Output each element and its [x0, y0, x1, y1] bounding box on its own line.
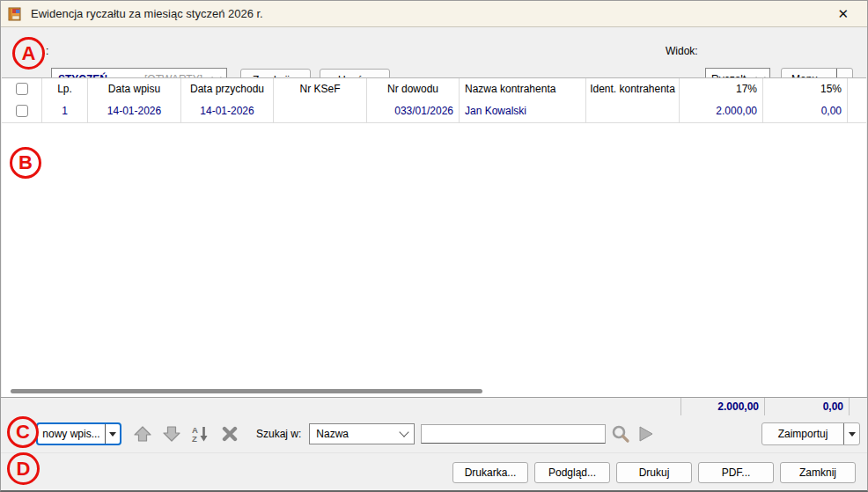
- column-header-data-przychodu[interactable]: Data przychodu: [181, 78, 274, 99]
- annotation-c: C: [7, 416, 39, 448]
- search-field-combobox[interactable]: Nazwa: [309, 423, 415, 444]
- move-up-button[interactable]: [131, 423, 154, 444]
- print-footer: Drukarka... Podgląd... Drukuj PDF... Zam…: [1, 452, 867, 491]
- triangle-down-icon: [849, 432, 856, 437]
- print-button[interactable]: Drukuj: [616, 462, 692, 483]
- sort-az-icon: A Z: [191, 425, 210, 443]
- move-down-button[interactable]: [160, 423, 183, 444]
- column-header-ident-kontrahenta[interactable]: Ident. kontrahenta: [586, 78, 680, 99]
- row-filler: [848, 99, 866, 122]
- search-field-value: Nazwa: [316, 428, 349, 440]
- annotation-b: B: [10, 147, 41, 179]
- window-title: Ewidencja ryczałtu za miesiąc styczeń 20…: [31, 7, 263, 20]
- play-icon: [638, 425, 654, 443]
- cell-nazwa-kontrahenta: Jan Kowalski: [460, 99, 586, 122]
- preview-button[interactable]: Podgląd...: [534, 462, 610, 483]
- cell-15: 0,00: [763, 99, 848, 122]
- summary-17: 2.000,00: [680, 398, 764, 415]
- printer-button[interactable]: Drukarka...: [452, 462, 528, 483]
- month-label-colon: :: [46, 45, 48, 57]
- column-header-lp[interactable]: Lp.: [42, 78, 88, 99]
- search-button[interactable]: [609, 423, 632, 444]
- cell-nr-dowodu: 033/01/2026: [367, 99, 460, 122]
- search-icon: [610, 423, 631, 444]
- chevron-down-icon: [400, 427, 409, 437]
- records-table: Lp. Data wpisu Data przychodu Nr KSeF Nr…: [2, 77, 866, 398]
- column-header-17[interactable]: 17%: [680, 78, 763, 99]
- search-input[interactable]: [421, 424, 606, 444]
- table-header-row: Lp. Data wpisu Data przychodu Nr KSeF Nr…: [2, 78, 866, 99]
- x-icon: [221, 426, 239, 442]
- annotation-d: D: [7, 452, 40, 485]
- record-actionbar: nowy wpis... A Z Szukaj w: Nazwa: [1, 415, 867, 452]
- cell-nr-ksef: [274, 99, 367, 122]
- arrow-down-icon: [162, 425, 181, 443]
- column-header-nr-dowodu[interactable]: Nr dowodu: [367, 78, 460, 99]
- annotation-a: A: [12, 37, 45, 70]
- delete-entry-button[interactable]: [218, 423, 241, 444]
- table-row[interactable]: 1 14-01-2026 14-01-2026 033/01/2026 Jan …: [2, 99, 866, 123]
- arrow-up-icon: [133, 425, 152, 443]
- month-toolbar: : STYCZEŃ [OTWARTY] Zamknij... Usuń... W…: [1, 27, 867, 77]
- column-header-nazwa-kontrahenta[interactable]: Nazwa kontrahenta: [460, 78, 586, 99]
- column-header-data-wpisu[interactable]: Data wpisu: [88, 78, 181, 99]
- new-entry-dropdown-arrow[interactable]: [105, 424, 120, 444]
- import-dropdown-arrow[interactable]: [843, 423, 859, 444]
- summary-row: 2.000,00 0,00: [1, 397, 867, 415]
- new-entry-button[interactable]: nowy wpis...: [36, 422, 121, 445]
- column-header-15[interactable]: 15%: [763, 78, 848, 99]
- select-all-cell: [2, 78, 42, 99]
- select-all-checkbox[interactable]: [16, 83, 28, 95]
- header-filler: [848, 78, 866, 99]
- window-titlebar: Ewidencja ryczałtu za miesiąc styczeń 20…: [1, 1, 867, 27]
- svg-text:Z: Z: [192, 434, 197, 443]
- summary-15: 0,00: [764, 398, 849, 415]
- row-checkbox-cell: [2, 99, 42, 122]
- run-search-button[interactable]: [635, 423, 658, 444]
- sort-button[interactable]: A Z: [189, 423, 212, 444]
- view-label: Widok:: [666, 45, 698, 57]
- cell-lp: 1: [42, 99, 88, 122]
- app-icon: [8, 7, 24, 21]
- summary-filler: [849, 398, 867, 415]
- column-header-nr-ksef[interactable]: Nr KSeF: [274, 78, 367, 99]
- import-button[interactable]: Zaimportuj: [761, 422, 860, 445]
- close-icon[interactable]: ✕: [826, 5, 860, 23]
- horizontal-scrollbar[interactable]: [11, 389, 482, 393]
- row-checkbox[interactable]: [16, 105, 28, 117]
- triangle-down-icon: [109, 432, 116, 437]
- cell-17: 2.000,00: [680, 99, 763, 122]
- cell-ident-kontrahenta: [586, 99, 680, 122]
- cell-data-przychodu: 14-01-2026: [181, 99, 274, 122]
- close-window-button[interactable]: Zamknij: [780, 462, 856, 483]
- search-in-label: Szukaj w:: [256, 428, 301, 440]
- pdf-button[interactable]: PDF...: [698, 462, 774, 483]
- application-window: Ewidencja ryczałtu za miesiąc styczeń 20…: [0, 0, 868, 492]
- cell-data-wpisu: 14-01-2026: [88, 99, 181, 122]
- summary-spacer: [1, 398, 680, 415]
